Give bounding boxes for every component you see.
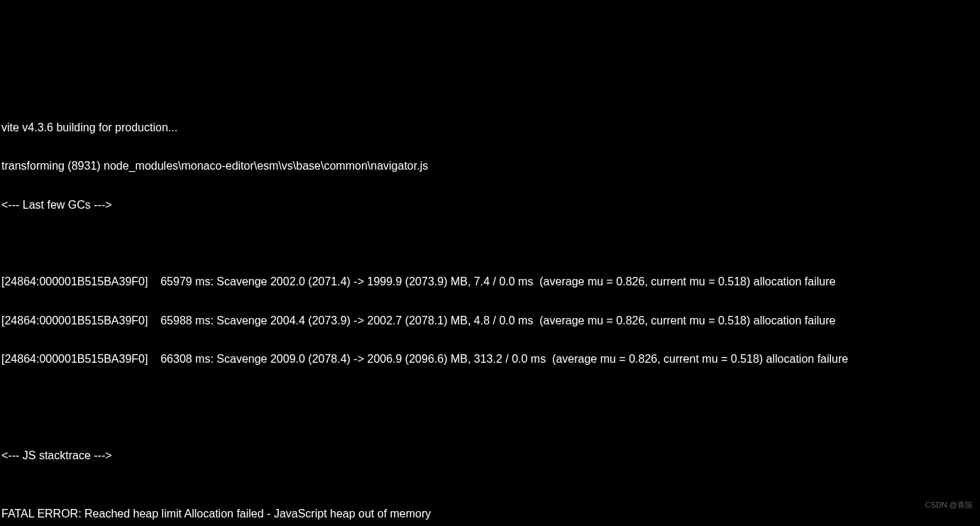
fatal-error-line: FATAL ERROR: Reached heap limit Allocati… <box>1 504 980 523</box>
watermark-text: CSDN @喜陈 <box>925 498 973 512</box>
gc-log-line: [24864:000001B515BA39F0] 65988 ms: Scave… <box>1 311 980 330</box>
gc-header-line: <--- Last few GCs ---> <box>1 195 980 214</box>
build-status-line: vite v4.3.6 building for production... <box>1 118 980 137</box>
terminal-output: vite v4.3.6 building for production... t… <box>0 77 980 526</box>
gc-log-line: [24864:000001B515BA39F0] 65979 ms: Scave… <box>1 272 980 291</box>
gc-log-line: [24864:000001B515BA39F0] 66308 ms: Scave… <box>1 349 980 368</box>
transforming-line: transforming (8931) node_modules\monaco-… <box>1 156 980 175</box>
stacktrace-header-line: <--- JS stacktrace ---> <box>1 446 980 465</box>
